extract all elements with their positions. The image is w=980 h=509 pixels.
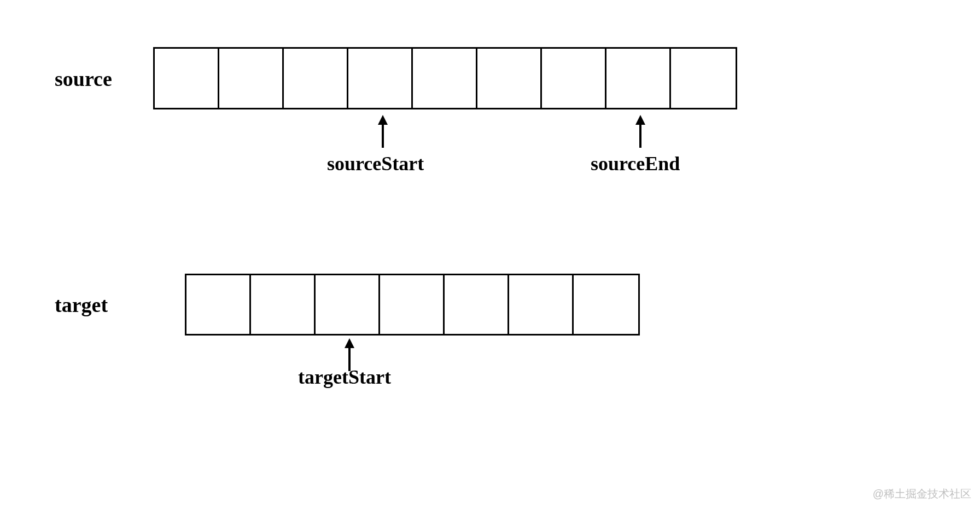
target-cell xyxy=(445,275,509,334)
target-cell xyxy=(509,275,574,334)
target-cell xyxy=(316,275,380,334)
target-label: target xyxy=(55,293,108,317)
target-cell xyxy=(251,275,316,334)
pointer-arrow xyxy=(378,115,388,148)
arrow-head-icon xyxy=(378,115,388,125)
source-cell xyxy=(671,49,736,108)
source-cell xyxy=(413,49,477,108)
arrow-line xyxy=(639,125,641,148)
source-label: source xyxy=(55,67,112,91)
target-cell xyxy=(380,275,445,334)
source-cell xyxy=(606,49,671,108)
watermark-text: @稀土掘金技术社区 xyxy=(873,487,971,501)
arrow-line xyxy=(382,125,384,148)
target-cell xyxy=(574,275,638,334)
source-cell xyxy=(219,49,284,108)
source-cell xyxy=(155,49,219,108)
pointer-arrow xyxy=(635,115,645,148)
source-cell xyxy=(477,49,542,108)
source-array xyxy=(153,47,737,109)
arrow-head-icon xyxy=(635,115,645,125)
pointer-label: targetStart xyxy=(298,366,391,389)
pointer-label: sourceEnd xyxy=(591,152,680,175)
target-cell xyxy=(186,275,251,334)
pointer-label: sourceStart xyxy=(327,152,424,175)
source-cell xyxy=(284,49,348,108)
target-array xyxy=(185,274,640,336)
source-cell xyxy=(542,49,606,108)
source-cell xyxy=(348,49,413,108)
arrow-head-icon xyxy=(345,338,354,348)
